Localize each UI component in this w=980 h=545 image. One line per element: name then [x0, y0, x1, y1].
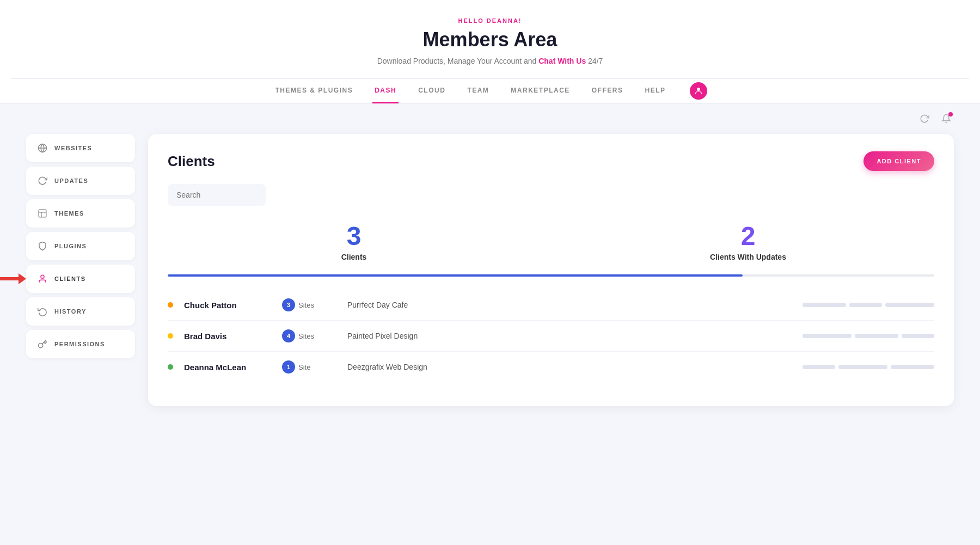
- sidebar-item-label: PLUGINS: [54, 243, 87, 249]
- meta-bar: [803, 303, 846, 307]
- stats-row: 3 Clients 2 Clients With Updates: [168, 223, 934, 261]
- key-icon: [37, 339, 48, 350]
- user-icon: [37, 273, 48, 284]
- stat-updates: 2 Clients With Updates: [562, 223, 934, 261]
- table-row[interactable]: Chuck Patton 3 Sites Purrfect Day Cafe: [168, 290, 934, 321]
- sites-count-badge: 1: [282, 360, 295, 373]
- search-input[interactable]: [168, 184, 266, 206]
- add-client-button[interactable]: ADD CLIENT: [863, 151, 934, 171]
- sites-count-badge: 3: [282, 298, 295, 311]
- sidebar-item-history[interactable]: HISTORY: [26, 297, 135, 326]
- clients-label: Clients: [168, 253, 540, 261]
- tab-team[interactable]: TEAM: [465, 79, 491, 103]
- sites-count-badge: 4: [282, 329, 295, 342]
- svg-point-0: [697, 88, 700, 91]
- sidebar-item-label: PERMISSIONS: [54, 341, 105, 347]
- tab-dash[interactable]: DASH: [372, 79, 399, 103]
- svg-point-6: [41, 275, 44, 278]
- meta-bar: [803, 334, 852, 338]
- client-meta: [803, 303, 934, 307]
- sidebar-item-plugins[interactable]: PLUGINS: [26, 232, 135, 260]
- refresh-icon: [37, 175, 48, 186]
- sidebar-item-label: THEMES: [54, 210, 84, 217]
- history-icon: [37, 306, 48, 317]
- sidebar-item-label: CLIENTS: [54, 275, 86, 282]
- notifications-icon[interactable]: [939, 111, 954, 126]
- panel-title: Clients: [168, 153, 215, 170]
- client-name: Brad Davis: [184, 332, 271, 341]
- client-name: Deanna McLean: [184, 363, 271, 372]
- meta-bar: [885, 303, 934, 307]
- meta-bar: [803, 365, 835, 369]
- clients-panel: Clients ADD CLIENT 3 Clients 2 Clients W…: [148, 134, 954, 406]
- sites-badge: 3 Sites: [282, 298, 336, 311]
- shield-icon: [37, 241, 48, 252]
- client-company: Painted Pixel Design: [347, 332, 792, 340]
- table-row[interactable]: Brad Davis 4 Sites Painted Pixel Design: [168, 321, 934, 352]
- client-company: Purrfect Day Cafe: [347, 301, 792, 309]
- main-content: WEBSITES UPDATES THEMES PLUGINS: [0, 134, 980, 428]
- tab-cloud[interactable]: CLOUD: [416, 79, 448, 103]
- meta-bar: [855, 334, 898, 338]
- meta-bar: [891, 365, 934, 369]
- meta-bar: [902, 334, 934, 338]
- sites-badge: 4 Sites: [282, 329, 336, 342]
- tab-marketplace[interactable]: MARKETPLACE: [509, 79, 572, 103]
- meta-bar: [838, 365, 887, 369]
- tab-themes-plugins[interactable]: THEMES & PLUGINS: [273, 79, 355, 103]
- client-company: Deezgrafix Web Design: [347, 363, 792, 371]
- clients-count: 3: [168, 223, 540, 249]
- subtitle: Download Products, Manage Your Account a…: [11, 57, 969, 65]
- sidebar-item-label: UPDATES: [54, 177, 88, 184]
- subtitle-static: Download Products, Manage Your Account a…: [377, 57, 537, 65]
- status-dot-orange: [168, 302, 173, 308]
- status-dot-yellow: [168, 333, 173, 339]
- tab-offers[interactable]: OFFERS: [590, 79, 626, 103]
- sidebar-item-label: HISTORY: [54, 308, 87, 315]
- table-row[interactable]: Deanna McLean 1 Site Deezgrafix Web Desi…: [168, 352, 934, 382]
- progress-bar-fill: [168, 274, 743, 277]
- stat-clients: 3 Clients: [168, 223, 540, 261]
- progress-bar-wrapper: [168, 274, 934, 277]
- updates-count: 2: [562, 223, 934, 249]
- svg-rect-3: [39, 210, 46, 217]
- tab-help[interactable]: HELP: [643, 79, 668, 103]
- meta-bar: [849, 303, 882, 307]
- layout-icon: [37, 208, 48, 219]
- updates-label: Clients With Updates: [562, 253, 934, 261]
- top-header: HELLO DEANNA! Members Area Download Prod…: [0, 0, 980, 103]
- sites-label: Site: [298, 363, 310, 371]
- sidebar-item-clients[interactable]: CLIENTS: [26, 265, 135, 293]
- chat-link[interactable]: Chat With Us: [538, 57, 586, 65]
- sidebar: WEBSITES UPDATES THEMES PLUGINS: [26, 134, 135, 406]
- sidebar-item-themes[interactable]: THEMES: [26, 199, 135, 228]
- client-meta: [803, 365, 934, 369]
- toolbar-row: [0, 103, 980, 134]
- sidebar-item-permissions[interactable]: PERMISSIONS: [26, 330, 135, 358]
- status-dot-green: [168, 364, 173, 370]
- avatar[interactable]: [690, 82, 707, 100]
- hello-greeting: HELLO DEANNA!: [11, 17, 969, 24]
- notification-dot: [948, 112, 953, 117]
- client-name: Chuck Patton: [184, 301, 271, 310]
- sidebar-item-updates[interactable]: UPDATES: [26, 167, 135, 195]
- panel-header: Clients ADD CLIENT: [168, 151, 934, 171]
- arrow-indicator: [0, 273, 26, 284]
- nav-tabs: THEMES & PLUGINS DASH CLOUD TEAM MARKETP…: [11, 78, 969, 103]
- sidebar-item-label: WEBSITES: [54, 145, 92, 151]
- sidebar-item-websites[interactable]: WEBSITES: [26, 134, 135, 162]
- sites-label: Sites: [298, 332, 314, 340]
- client-meta: [803, 334, 934, 338]
- globe-icon: [37, 143, 48, 154]
- refresh-icon[interactable]: [917, 111, 932, 126]
- sites-label: Sites: [298, 301, 314, 309]
- page-title: Members Area: [11, 28, 969, 51]
- sites-badge: 1 Site: [282, 360, 336, 373]
